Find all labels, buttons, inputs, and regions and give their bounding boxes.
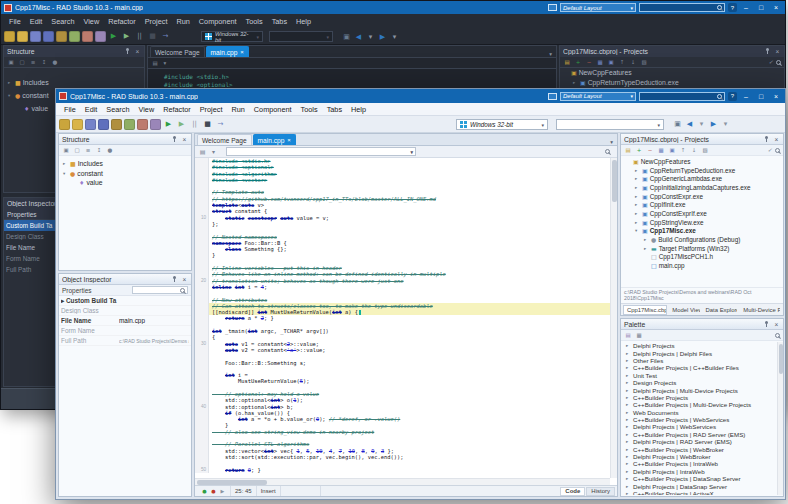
tab-welcome-page[interactable]: Welcome Page xyxy=(150,46,205,57)
menu-item-view[interactable]: View xyxy=(134,105,158,114)
maximize-button[interactable]: □ xyxy=(755,3,767,13)
menu-item-file[interactable]: File xyxy=(5,17,25,26)
expander-icon[interactable]: ▸ xyxy=(635,176,640,181)
expander-icon[interactable]: ▾ xyxy=(63,171,68,176)
palette-category[interactable]: ▸Delphi Projects | DataSnap Server xyxy=(622,482,776,489)
remove-item-icon[interactable]: − xyxy=(585,58,593,66)
palette-category[interactable]: ▸C++Builder Projects | WebServices xyxy=(622,416,776,423)
properties-tab[interactable]: Properties xyxy=(59,285,191,296)
step-over-icon[interactable]: → xyxy=(215,119,226,130)
pin-icon[interactable] xyxy=(763,136,770,143)
save-icon[interactable] xyxy=(30,31,41,42)
palette-category[interactable]: ▸C++Builder Projects | Multi-Device Proj… xyxy=(622,401,776,408)
menu-item-run[interactable]: Run xyxy=(172,17,193,26)
expander-icon[interactable]: ▸ xyxy=(626,395,631,400)
sort-down-icon[interactable]: ↓ xyxy=(690,146,698,154)
tree-item[interactable]: □Cpp17MiscPCH1.h xyxy=(622,253,782,262)
property-row[interactable]: File Namemain.cpp xyxy=(59,316,191,326)
expander-icon[interactable]: ▸ xyxy=(635,202,640,207)
palette-category[interactable]: ▸Delphi Projects | Delphi Files xyxy=(622,349,776,356)
macro-record-icon[interactable]: ● xyxy=(210,488,217,495)
sort-up-icon[interactable]: ↑ xyxy=(618,58,626,66)
back-menu-icon[interactable]: ▾ xyxy=(365,32,376,43)
titlebar-search-input[interactable] xyxy=(639,3,725,12)
pin-icon[interactable] xyxy=(171,276,178,283)
palette-category[interactable]: ▸C++Builder Projects | RAD Server (EMS) xyxy=(622,431,776,438)
sync-edit-icon[interactable]: ● xyxy=(201,488,208,495)
compile-icon[interactable]: ▣ xyxy=(607,58,615,66)
pin-icon[interactable] xyxy=(763,321,770,328)
code-line[interactable]: #include <optional> xyxy=(164,81,556,89)
tree-item[interactable]: □main.cpp xyxy=(622,261,782,270)
run-icon[interactable]: ▶ xyxy=(163,119,174,130)
expander-icon[interactable]: ▸ xyxy=(626,424,631,429)
expander-icon[interactable]: ▸ xyxy=(635,185,640,190)
expander-icon[interactable]: ▸ xyxy=(644,246,649,251)
expander-icon[interactable]: ▸ xyxy=(626,432,631,437)
expander-icon[interactable]: ▸ xyxy=(63,161,68,166)
forward-icon[interactable]: ▶ xyxy=(377,32,388,43)
remove-from-project-icon[interactable] xyxy=(82,31,93,42)
minimize-button[interactable]: – xyxy=(740,91,752,101)
palette-category[interactable]: ▸C++Builder Projects | IntraWeb xyxy=(622,460,776,467)
code-line[interactable]: #include <stdio.h> xyxy=(164,73,556,81)
refactor-icon[interactable] xyxy=(95,31,106,42)
remove-item-icon[interactable]: − xyxy=(646,146,654,154)
panel-header[interactable]: Structure × xyxy=(59,134,191,145)
search-icon[interactable] xyxy=(775,333,780,338)
close-icon[interactable]: × xyxy=(134,48,141,55)
search-icon[interactable] xyxy=(775,148,780,153)
menu-item-component[interactable]: Component xyxy=(195,17,241,26)
search-icon[interactable] xyxy=(605,149,610,154)
view-selector-icon[interactable]: ▧ xyxy=(640,58,648,66)
pin-icon[interactable] xyxy=(764,48,771,55)
tree-item[interactable]: ▸■Includes xyxy=(59,159,191,169)
tree-item[interactable]: ▸▣CppGenericLambdas.exe xyxy=(622,174,782,183)
forward-menu-icon[interactable]: ▾ xyxy=(720,119,731,130)
menu-item-refactor[interactable]: Refactor xyxy=(104,17,140,26)
tree-item[interactable]: ▸▣CppStringView.exe xyxy=(622,218,782,227)
menu-item-file[interactable]: File xyxy=(60,105,80,114)
expander-icon[interactable]: ▸ xyxy=(626,447,631,452)
maximize-button[interactable]: □ xyxy=(755,91,767,101)
check-icon[interactable]: ✓ xyxy=(767,147,772,153)
menu-item-refactor[interactable]: Refactor xyxy=(159,105,195,114)
run-without-debug-icon[interactable]: ▶ xyxy=(121,31,132,42)
view-selector-icon[interactable]: ▧ xyxy=(701,146,709,154)
palette-category[interactable]: ▸C++Builder Projects | WebBroker xyxy=(622,445,776,452)
type-list-combo[interactable]: ▾ xyxy=(226,147,416,156)
vertical-scrollbar[interactable] xyxy=(777,342,783,495)
save-icon[interactable] xyxy=(85,119,96,130)
editor-bottom-tab-code[interactable]: Code xyxy=(560,487,585,496)
code-area[interactable]: #include <stdio.h>#include <optional>#in… xyxy=(195,158,610,478)
property-row[interactable]: Design Class xyxy=(59,306,191,316)
expander-icon[interactable]: ▸ xyxy=(626,380,631,385)
desktop-layout-combo[interactable]: Default Layout ▾ xyxy=(560,92,636,101)
tab-list-icon[interactable]: ▾ xyxy=(547,51,554,57)
menu-item-view[interactable]: View xyxy=(79,17,103,26)
menu-item-help[interactable]: Help xyxy=(292,17,315,26)
members-dropdown-icon[interactable]: ▾ xyxy=(209,147,218,156)
expander-icon[interactable]: ▸ xyxy=(626,454,631,459)
tab-main-cpp[interactable]: main.cpp× xyxy=(206,46,249,57)
palette-category[interactable]: ▸C++Builder Projects xyxy=(622,394,776,401)
search-combo[interactable]: ▾ xyxy=(269,31,333,42)
palette-category[interactable]: ▸C++Builder Projects | DataSnap Server xyxy=(622,475,776,482)
bottom-tab[interactable]: Data Explorer xyxy=(702,305,739,315)
members-dropdown-icon[interactable]: ▾ xyxy=(161,59,169,67)
expander-icon[interactable]: ▸ xyxy=(626,461,631,466)
vertical-scrollbar[interactable] xyxy=(610,158,617,478)
remove-from-project-icon[interactable] xyxy=(137,119,148,130)
scrollbar-thumb[interactable] xyxy=(612,160,617,202)
sort-source-icon[interactable]: ↕ xyxy=(95,146,103,154)
pause-icon[interactable]: || xyxy=(134,31,145,42)
pin-icon[interactable] xyxy=(124,48,131,55)
add-item-icon[interactable]: + xyxy=(574,58,582,66)
run-icon[interactable]: ▶ xyxy=(108,31,119,42)
expander-icon[interactable]: ▸ xyxy=(626,439,631,444)
stop-icon[interactable]: ■ xyxy=(202,119,213,130)
menu-item-help[interactable]: Help xyxy=(347,105,370,114)
forward-menu-icon[interactable]: ▾ xyxy=(389,32,400,43)
expander-icon[interactable]: ▸ xyxy=(644,237,649,242)
pause-icon[interactable]: || xyxy=(189,119,200,130)
